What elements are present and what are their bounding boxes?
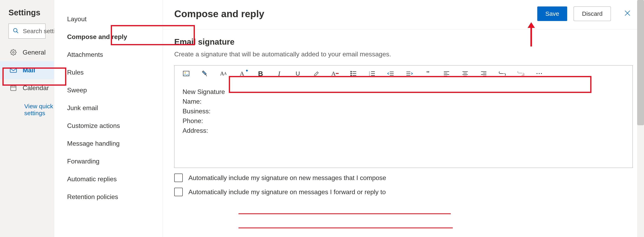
content-body: Email signature Create a signature that … [163, 29, 644, 204]
save-button[interactable]: Save [537, 6, 567, 21]
sub-item-junk[interactable]: Junk email [54, 99, 163, 117]
svg-rect-3 [10, 68, 16, 72]
svg-point-2 [12, 52, 14, 53]
quote-icon[interactable]: " [424, 70, 432, 77]
category-label: General [23, 49, 46, 56]
outdent-icon[interactable] [387, 70, 394, 77]
sub-item-rules[interactable]: Rules [54, 64, 163, 81]
svg-point-14 [184, 72, 186, 73]
gear-icon [10, 49, 17, 56]
category-calendar[interactable]: Calendar [0, 79, 54, 97]
category-label: Mail [23, 66, 35, 74]
svg-rect-15 [314, 76, 317, 76]
content-header: Compose and reply Save Discard [163, 0, 644, 29]
svg-point-18 [351, 73, 352, 74]
sub-settings-list: Layout Compose and reply Attachments Rul… [54, 0, 163, 237]
bullet-list-icon[interactable] [350, 70, 357, 77]
close-icon[interactable] [620, 9, 634, 19]
checkbox-label: Automatically include my signature on ne… [188, 174, 386, 182]
scrollbar-thumb[interactable] [637, 0, 644, 125]
category-label: Calendar [23, 84, 49, 92]
sub-item-msg-handling[interactable]: Message handling [54, 134, 163, 152]
sub-item-layout[interactable]: Layout [54, 10, 163, 28]
signature-section-title: Email signature [174, 38, 633, 46]
sig-line: New Signature [182, 87, 624, 96]
insert-link-icon[interactable] [499, 70, 506, 77]
sub-item-retention[interactable]: Retention policies [54, 188, 163, 206]
scrollbar-track[interactable] [637, 0, 644, 237]
signature-description: Create a signature that will be automati… [174, 50, 633, 58]
svg-line-1 [16, 32, 18, 33]
checkbox-include-new[interactable]: Automatically include my signature on ne… [174, 174, 633, 182]
svg-point-20 [351, 75, 352, 76]
sig-line: Business: [182, 106, 624, 116]
checkbox-icon[interactable] [174, 188, 183, 196]
sub-item-forwarding[interactable]: Forwarding [54, 152, 163, 170]
mail-icon [10, 67, 17, 73]
numbered-list-icon[interactable]: 123 [368, 70, 376, 77]
sig-line: Address: [182, 126, 624, 135]
align-center-icon[interactable] [462, 70, 469, 77]
app-root: Settings General Mail Calendar View [0, 0, 644, 237]
svg-text:3: 3 [369, 74, 370, 76]
sub-item-sweep[interactable]: Sweep [54, 81, 163, 99]
content-pane: Compose and reply Save Discard Email sig… [163, 0, 644, 237]
italic-icon[interactable]: I [276, 70, 283, 77]
more-options-icon[interactable]: ··· [536, 70, 543, 77]
font-size-icon[interactable]: A◆ [238, 70, 246, 77]
svg-point-16 [351, 71, 352, 72]
signature-textarea[interactable]: New Signature Name: Business: Phone: Add… [174, 82, 632, 168]
checkbox-label: Automatically include my signature on me… [188, 188, 386, 196]
search-icon [13, 28, 22, 34]
signature-editor: AA A◆ B I U A 123 " · [174, 65, 633, 168]
settings-sidebar: Settings General Mail Calendar View [0, 0, 54, 237]
page-title: Compose and reply [174, 8, 537, 20]
checkbox-include-reply[interactable]: Automatically include my signature on me… [174, 188, 633, 196]
bold-icon[interactable]: B [257, 70, 264, 77]
svg-rect-4 [11, 86, 16, 90]
sub-item-attachments[interactable]: Attachments [54, 46, 163, 64]
category-general[interactable]: General [0, 44, 54, 61]
search-settings-box[interactable] [8, 24, 46, 38]
checkbox-icon[interactable] [174, 174, 183, 182]
settings-title: Settings [8, 8, 54, 17]
sig-line: Phone: [182, 116, 624, 126]
view-quick-settings-link[interactable]: View quick settings [24, 103, 54, 116]
indent-icon[interactable] [406, 70, 413, 77]
sig-line: Name: [182, 96, 624, 106]
sub-item-auto-replies[interactable]: Automatic replies [54, 170, 163, 188]
format-painter-icon[interactable] [201, 70, 208, 77]
underline-icon[interactable]: U [294, 70, 302, 77]
font-color-icon[interactable]: A [331, 70, 338, 77]
category-mail[interactable]: Mail [0, 61, 54, 79]
sub-item-compose-reply[interactable]: Compose and reply [54, 28, 163, 46]
editor-toolbar: AA A◆ B I U A 123 " · [174, 66, 632, 82]
align-right-icon[interactable] [480, 70, 487, 77]
align-left-icon[interactable] [443, 70, 450, 77]
insert-image-icon[interactable] [182, 70, 190, 77]
font-family-icon[interactable]: AA [220, 70, 227, 77]
remove-link-icon[interactable] [517, 70, 524, 77]
svg-point-0 [14, 28, 17, 32]
sub-item-customize[interactable]: Customize actions [54, 117, 163, 134]
discard-button[interactable]: Discard [574, 6, 611, 21]
calendar-icon [10, 85, 17, 91]
highlight-icon[interactable] [313, 70, 320, 77]
